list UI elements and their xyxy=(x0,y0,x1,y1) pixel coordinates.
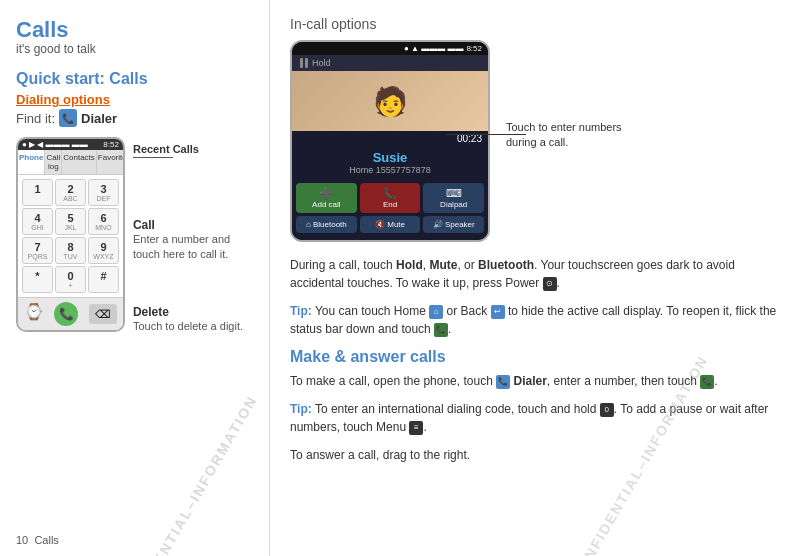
tab-calllog[interactable]: Call log xyxy=(45,150,62,174)
keypad-grid: 1 2ABC 3DEF 4GHI 5JKL 6MNO 7PQRS 8TUV 9W… xyxy=(22,179,119,293)
incall-contact-name: Susie xyxy=(292,150,488,165)
voicemail-button[interactable]: ⌚ xyxy=(24,302,44,326)
incall-area: ● ▲ ▬▬▬ ▬▬ 8:52 Hold 🧑 00:23 Susie Home … xyxy=(290,40,789,256)
find-it-row: Find it: 📞 Dialer xyxy=(16,109,253,127)
tab-favorites[interactable]: Favorites xyxy=(97,150,125,174)
key-star[interactable]: * xyxy=(22,266,53,293)
key-1[interactable]: 1 xyxy=(22,179,53,206)
menu-icon: ≡ xyxy=(409,421,423,435)
phone-status-bar: ● ▶ ◀ ▬▬▬ ▬▬ 8:52 xyxy=(18,139,123,150)
body-text-2: To make a call, open the phone, touch 📞 … xyxy=(290,372,789,390)
zero-icon: 0 xyxy=(600,403,614,417)
left-watermark: CONFIDENTIAL–INFORMATION xyxy=(118,392,261,556)
incall-time: 8:52 xyxy=(466,44,482,53)
incall-hold-row: Hold xyxy=(292,55,488,71)
phone-bottom-bar: ⌚ 📞 ⌫ xyxy=(18,297,123,330)
power-icon: ⊙ xyxy=(543,277,557,291)
incall-contact-info: Susie Home 15557757878 xyxy=(292,146,488,179)
tab-phone[interactable]: Phone xyxy=(18,150,45,174)
dialer-text: Dialer xyxy=(81,111,117,126)
make-answer-heading: Make & answer calls xyxy=(290,348,789,366)
in-call-options-heading: In-call options xyxy=(290,16,789,32)
body-text-1: During a call, touch Hold, Mute, or Blue… xyxy=(290,256,789,292)
phone-icon-small: 📞 xyxy=(434,323,448,337)
incall-mockup: ● ▲ ▬▬▬ ▬▬ 8:52 Hold 🧑 00:23 Susie Home … xyxy=(290,40,490,242)
hold-label: Hold xyxy=(312,58,331,68)
end-call-icon: 📞 xyxy=(362,187,419,200)
incall-status-icons: ● ▲ ▬▬▬ ▬▬ xyxy=(404,44,463,53)
incall-row-2: ⌂ Bluetooth 🔇 Mute 🔊 Speaker xyxy=(296,216,484,233)
back-icon: ↩ xyxy=(491,305,505,319)
key-6[interactable]: 6MNO xyxy=(88,208,119,235)
mute-button[interactable]: 🔇 Mute xyxy=(360,216,421,233)
annotation-call-text: Enter a number and touch here to call it… xyxy=(133,232,253,263)
contact-photo: 🧑 xyxy=(292,71,488,131)
dialer-icon-right: 📞 xyxy=(496,375,510,389)
status-time: 8:52 xyxy=(103,140,119,149)
callout-text: Touch to enter numbers during a call. xyxy=(506,120,646,151)
speaker-button[interactable]: 🔊 Speaker xyxy=(423,216,484,233)
callout-area: Touch to enter numbers during a call. xyxy=(506,40,646,256)
call-icon-small: 📞 xyxy=(700,375,714,389)
key-9[interactable]: 9WXYZ xyxy=(88,237,119,264)
phone-tabs: Phone Call log Contacts Favorites xyxy=(18,150,123,175)
home-icon: ⌂ xyxy=(429,305,443,319)
tip-2: Tip: To enter an international dialing c… xyxy=(290,400,789,436)
page-number: 10 Calls xyxy=(16,534,59,546)
recent-calls-label: Recent Calls xyxy=(133,143,253,155)
mute-icon: 🔇 xyxy=(375,220,385,229)
section-heading: Quick start: Calls xyxy=(16,70,253,88)
call-button[interactable]: 📞 xyxy=(54,302,78,326)
key-8[interactable]: 8TUV xyxy=(55,237,86,264)
page-subtitle: it's good to talk xyxy=(16,42,253,56)
key-hash[interactable]: # xyxy=(88,266,119,293)
delete-button[interactable]: ⌫ xyxy=(89,304,117,324)
key-0[interactable]: 0+ xyxy=(55,266,86,293)
add-call-button[interactable]: ➕ Add call xyxy=(296,183,357,213)
bluetooth-button[interactable]: ⌂ Bluetooth xyxy=(296,216,357,233)
pause-icon xyxy=(300,58,308,68)
bluetooth-icon: ⌂ xyxy=(306,220,311,229)
tab-contacts[interactable]: Contacts xyxy=(62,150,97,174)
key-5[interactable]: 5JKL xyxy=(55,208,86,235)
status-icons: ● ▶ ◀ ▬▬▬ ▬▬ xyxy=(22,140,88,149)
annotation-delete-text: Touch to delete a digit. xyxy=(133,319,253,334)
key-4[interactable]: 4GHI xyxy=(22,208,53,235)
add-call-icon: ➕ xyxy=(298,187,355,200)
annotation-call-title: Call xyxy=(133,218,253,232)
dialing-options-label[interactable]: Dialing options xyxy=(16,92,253,107)
key-7[interactable]: 7PQRS xyxy=(22,237,53,264)
incall-status-bar: ● ▲ ▬▬▬ ▬▬ 8:52 xyxy=(292,42,488,55)
tip-1-label: Tip: xyxy=(290,304,312,318)
annotations-col: Recent Calls Call Enter a number and tou… xyxy=(133,137,253,340)
dialpad-button[interactable]: ⌨ Dialpad xyxy=(423,183,484,213)
find-it-label: Find it: xyxy=(16,111,55,126)
incall-contact-detail: Home 15557757878 xyxy=(292,165,488,175)
dialpad-icon: ⌨ xyxy=(425,187,482,200)
answer-text: To answer a call, drag to the right. xyxy=(290,446,789,464)
key-2[interactable]: 2ABC xyxy=(55,179,86,206)
page-title: Calls xyxy=(16,18,253,42)
key-3[interactable]: 3DEF xyxy=(88,179,119,206)
incall-row-1: ➕ Add call 📞 End ⌨ Dialpad xyxy=(296,183,484,213)
annotation-delete-title: Delete xyxy=(133,305,253,319)
phone-keypad: 1 2ABC 3DEF 4GHI 5JKL 6MNO 7PQRS 8TUV 9W… xyxy=(18,175,123,297)
phone-mockup: ● ▶ ◀ ▬▬▬ ▬▬ 8:52 Phone Call log Contact… xyxy=(16,137,125,332)
incall-mockup-wrap: ● ▲ ▬▬▬ ▬▬ 8:52 Hold 🧑 00:23 Susie Home … xyxy=(290,40,490,256)
incall-buttons: ➕ Add call 📞 End ⌨ Dialpad xyxy=(292,179,488,240)
end-call-button[interactable]: 📞 End xyxy=(360,183,421,213)
speaker-icon: 🔊 xyxy=(433,220,443,229)
tip-2-label: Tip: xyxy=(290,402,312,416)
right-col: In-call options ● ▲ ▬▬▬ ▬▬ 8:52 Hold 🧑 0… xyxy=(270,0,809,556)
tip-1: Tip: You can touch Home ⌂ or Back ↩ to h… xyxy=(290,302,789,338)
dialer-icon: 📞 xyxy=(59,109,77,127)
